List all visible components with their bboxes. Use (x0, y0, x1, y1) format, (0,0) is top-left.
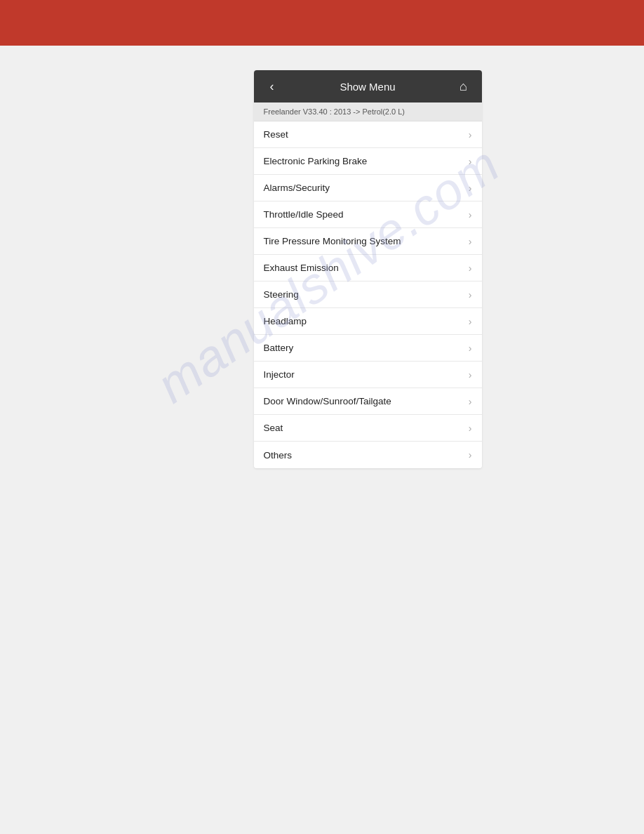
menu-item-reset[interactable]: Reset› (254, 121, 482, 148)
chevron-icon-throttle-idle-speed: › (469, 209, 472, 220)
chevron-icon-reset: › (469, 129, 472, 140)
page-content: ‹ Show Menu ⌂ Freelander V33.40 : 2013 -… (0, 46, 644, 482)
menu-item-label-others: Others (264, 450, 293, 461)
chevron-icon-alarms-security: › (469, 183, 472, 194)
menu-item-label-door-window-sunroof-tailgate: Door Window/Sunroof/Tailgate (264, 396, 391, 406)
menu-item-injector[interactable]: Injector› (254, 362, 482, 388)
menu-item-throttle-idle-speed[interactable]: Throttle/Idle Speed› (254, 201, 482, 228)
menu-item-label-steering: Steering (264, 289, 299, 300)
menu-header-title: Show Menu (281, 81, 455, 93)
chevron-icon-tire-pressure-monitoring-system: › (469, 236, 472, 247)
chevron-icon-door-window-sunroof-tailgate: › (469, 396, 472, 407)
menu-item-others[interactable]: Others› (254, 442, 482, 468)
chevron-icon-steering: › (469, 289, 472, 300)
menu-panel: ‹ Show Menu ⌂ Freelander V33.40 : 2013 -… (254, 70, 482, 468)
chevron-icon-seat: › (469, 423, 472, 434)
menu-item-label-tire-pressure-monitoring-system: Tire Pressure Monitoring System (264, 236, 401, 246)
chevron-icon-exhaust-emission: › (469, 263, 472, 274)
menu-list: Reset›Electronic Parking Brake›Alarms/Se… (254, 121, 482, 468)
home-icon[interactable]: ⌂ (455, 79, 472, 94)
menu-item-battery[interactable]: Battery› (254, 335, 482, 362)
menu-header: ‹ Show Menu ⌂ (254, 70, 482, 102)
menu-item-steering[interactable]: Steering› (254, 282, 482, 308)
menu-item-label-alarms-security: Alarms/Security (264, 183, 330, 193)
menu-item-alarms-security[interactable]: Alarms/Security› (254, 175, 482, 201)
menu-item-door-window-sunroof-tailgate[interactable]: Door Window/Sunroof/Tailgate› (254, 388, 482, 415)
menu-item-label-electronic-parking-brake: Electronic Parking Brake (264, 156, 368, 166)
menu-item-label-exhaust-emission: Exhaust Emission (264, 263, 339, 273)
menu-item-label-seat: Seat (264, 423, 283, 433)
back-icon[interactable]: ‹ (264, 79, 281, 94)
menu-item-seat[interactable]: Seat› (254, 415, 482, 442)
menu-item-label-injector: Injector (264, 369, 295, 380)
chevron-icon-battery: › (469, 343, 472, 354)
menu-item-electronic-parking-brake[interactable]: Electronic Parking Brake› (254, 148, 482, 175)
menu-item-label-throttle-idle-speed: Throttle/Idle Speed (264, 209, 344, 220)
menu-item-exhaust-emission[interactable]: Exhaust Emission› (254, 255, 482, 282)
chevron-icon-electronic-parking-brake: › (469, 156, 472, 167)
top-bar (0, 0, 644, 46)
menu-item-label-battery: Battery (264, 343, 294, 353)
chevron-icon-others: › (469, 449, 472, 461)
menu-item-headlamp[interactable]: Headlamp› (254, 308, 482, 335)
menu-item-tire-pressure-monitoring-system[interactable]: Tire Pressure Monitoring System› (254, 228, 482, 255)
chevron-icon-injector: › (469, 369, 472, 380)
chevron-icon-headlamp: › (469, 316, 472, 327)
breadcrumb: Freelander V33.40 : 2013 -> Petrol(2.0 L… (254, 102, 482, 121)
menu-item-label-reset: Reset (264, 129, 288, 140)
menu-item-label-headlamp: Headlamp (264, 316, 307, 326)
